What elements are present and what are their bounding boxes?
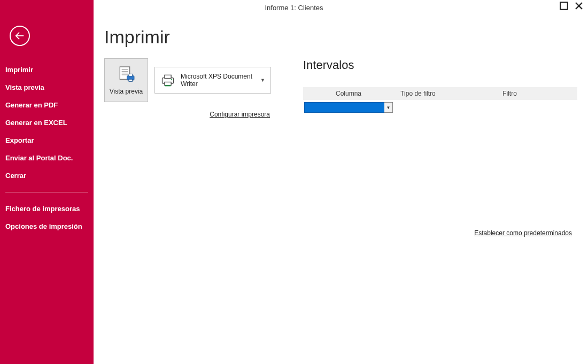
- svg-rect-14: [165, 82, 171, 86]
- printer-icon: [160, 73, 175, 87]
- sidebar-item-opciones-impresion[interactable]: Opciones de impresión: [0, 218, 94, 235]
- main-panel: Imprimir Vista previa: [94, 15, 588, 364]
- sidebar-divider: [5, 192, 88, 192]
- col-header-columna: Columna: [303, 87, 394, 100]
- sidebar-item-cerrar[interactable]: Cerrar: [0, 167, 94, 184]
- chevron-down-icon: ▼: [260, 78, 265, 83]
- sidebar-item-imprimir[interactable]: Imprimir: [0, 61, 94, 79]
- intervals-panel: Intervalos Columna Tipo de filtro Filtro: [303, 58, 577, 115]
- back-button[interactable]: [10, 26, 30, 46]
- intervals-table: Columna Tipo de filtro Filtro ▼: [303, 87, 577, 115]
- sidebar-item-generar-excel[interactable]: Generar en EXCEL: [0, 114, 94, 131]
- set-default-link[interactable]: Establecer como predeterminados: [474, 229, 572, 237]
- svg-rect-10: [129, 74, 133, 76]
- columna-value: [304, 102, 384, 113]
- maximize-button[interactable]: [559, 1, 569, 11]
- page-title: Imprimir: [104, 27, 577, 48]
- sidebar-item-fichero-impresoras[interactable]: Fichero de impresoras: [0, 200, 94, 218]
- document-printer-icon: [115, 65, 137, 84]
- sidebar-item-vista-previa[interactable]: Vista previa: [0, 79, 94, 96]
- configure-printer-link[interactable]: Configurar impresora: [210, 111, 270, 118]
- window-title: Informe 1: Clientes: [265, 4, 323, 12]
- sidebar: Imprimir Vista previa Generar en PDF Gen…: [0, 0, 94, 364]
- tipo-cell[interactable]: [394, 100, 442, 115]
- sidebar-item-generar-pdf[interactable]: Generar en PDF: [0, 96, 94, 114]
- print-controls: Vista previa Microsoft XPS Document Writ…: [104, 58, 271, 118]
- printer-name: Microsoft XPS Document Writer: [181, 73, 255, 88]
- sidebar-item-enviar-portal[interactable]: Enviar al Portal Doc.: [0, 149, 94, 167]
- col-header-filtro: Filtro: [442, 87, 577, 100]
- table-row: ▼: [303, 100, 577, 115]
- svg-point-16: [171, 79, 172, 80]
- preview-button[interactable]: Vista previa: [104, 58, 148, 102]
- preview-button-label: Vista previa: [110, 88, 143, 95]
- chevron-down-icon[interactable]: ▼: [384, 102, 393, 113]
- svg-rect-0: [560, 2, 568, 10]
- svg-rect-11: [129, 79, 133, 81]
- intervals-heading: Intervalos: [303, 58, 577, 72]
- filtro-cell[interactable]: [442, 100, 577, 115]
- col-header-tipo: Tipo de filtro: [394, 87, 442, 100]
- columna-dropdown[interactable]: ▼: [304, 102, 393, 113]
- printer-select[interactable]: Microsoft XPS Document Writer ▼: [154, 67, 271, 94]
- sidebar-item-exportar[interactable]: Exportar: [0, 131, 94, 149]
- arrow-left-icon: [14, 30, 26, 42]
- svg-rect-13: [165, 75, 171, 78]
- close-button[interactable]: [574, 1, 584, 11]
